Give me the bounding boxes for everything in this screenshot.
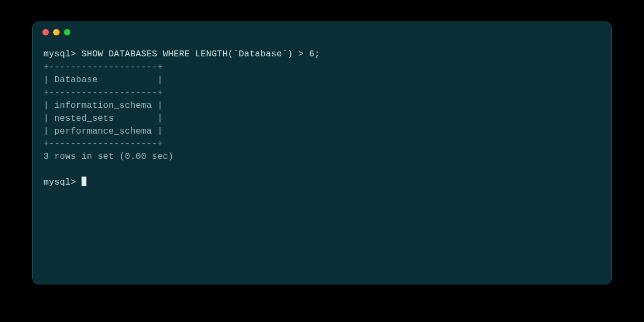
current-prompt-line: mysql> xyxy=(43,176,601,189)
table-row: | nested_sets | xyxy=(43,112,601,125)
command-line: mysql> SHOW DATABASES WHERE LENGTH(`Data… xyxy=(43,48,601,61)
window-titlebar xyxy=(33,22,611,42)
blank-line xyxy=(43,163,601,176)
command-text: SHOW DATABASES WHERE LENGTH(`Database`) … xyxy=(82,49,320,59)
prompt-text: mysql> xyxy=(43,177,76,187)
terminal-window: mysql> SHOW DATABASES WHERE LENGTH(`Data… xyxy=(32,21,612,284)
table-divider: +--------------------+ xyxy=(43,86,601,99)
table-divider: +--------------------+ xyxy=(43,137,601,150)
prompt-text: mysql> xyxy=(43,49,76,59)
close-icon[interactable] xyxy=(42,29,49,35)
cursor-icon xyxy=(82,177,86,186)
table-divider: +--------------------+ xyxy=(43,61,601,74)
maximize-icon[interactable] xyxy=(64,29,70,35)
minimize-icon[interactable] xyxy=(53,29,60,35)
table-row: | performance_schema | xyxy=(43,125,601,138)
table-header: | Database | xyxy=(43,74,601,86)
terminal-output[interactable]: mysql> SHOW DATABASES WHERE LENGTH(`Data… xyxy=(33,42,611,200)
table-row: | information_schema | xyxy=(43,99,601,112)
status-text: 3 rows in set (0.00 sec) xyxy=(43,150,601,163)
